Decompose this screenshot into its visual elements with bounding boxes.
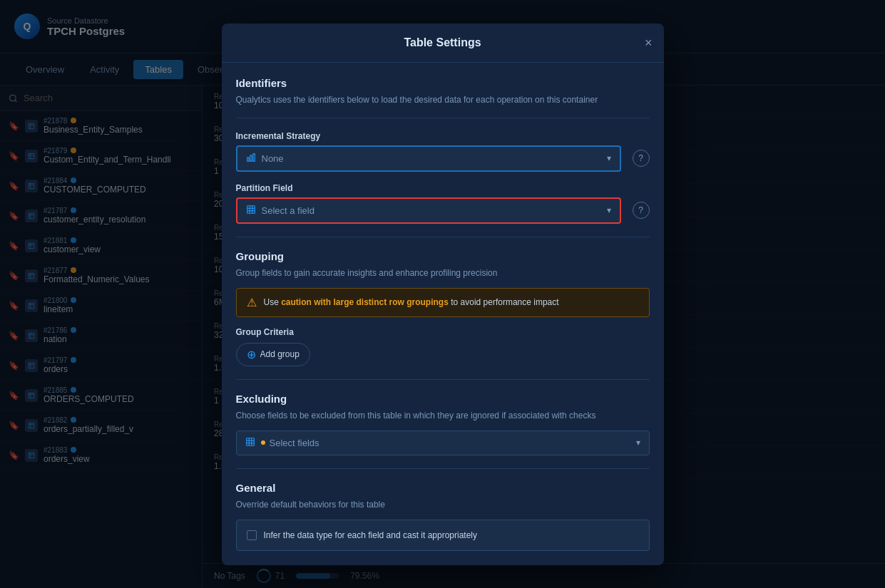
add-group-button[interactable]: ⊕ Add group [236,343,310,366]
general-title: General [236,482,650,494]
grouping-warning-box: ⚠ Use caution with large distinct row gr… [236,288,650,317]
plus-icon: ⊕ [247,348,256,361]
grouping-section: Grouping Group fields to gain accurate i… [236,250,650,366]
identifiers-desc: Qualytics uses the identifiers below to … [236,95,650,105]
svg-rect-98 [247,158,248,161]
incremental-help-icon[interactable]: ? [633,150,650,167]
grouping-desc: Group fields to gain accurate insights a… [236,268,650,278]
divider-4 [236,468,650,469]
excluding-fields-select[interactable]: Select fields ▾ [236,430,650,455]
svg-rect-106 [246,438,254,445]
warning-text: Use caution with large distinct row grou… [264,297,559,307]
warning-link[interactable]: caution with large distinct row grouping… [281,297,449,307]
excluding-value: Select fields [270,438,636,448]
incremental-label: Incremental Strategy [236,131,650,141]
partition-label: Partition Field [236,183,650,193]
general-section: General Override default behaviors for t… [236,482,650,551]
infer-datatype-label: Infer the data type for each field and c… [264,530,478,540]
partition-help-icon[interactable]: ? [633,202,650,219]
modal-close-button[interactable]: × [645,35,653,50]
partition-field-select[interactable]: Select a field ▾ [236,197,621,224]
divider-3 [236,379,650,380]
modal-body: Identifiers Qualytics uses the identifie… [222,63,664,565]
excluding-title: Excluding [236,393,650,405]
bar-chart-icon [246,153,256,165]
incremental-strategy-select[interactable]: None ▾ [236,145,621,172]
orange-dot [261,440,265,445]
svg-rect-99 [250,155,251,161]
group-criteria-label: Group Criteria [236,327,650,337]
grouping-title: Grouping [236,250,650,262]
divider-2 [236,237,650,237]
infer-datatype-row: Infer the data type for each field and c… [247,530,639,540]
identifiers-section: Identifiers Qualytics uses the identifie… [236,77,650,224]
warning-icon: ⚠ [247,296,257,309]
incremental-value: None [262,153,607,164]
table-icon-excluding [245,437,255,449]
modal-title: Table Settings [404,36,481,49]
table-settings-modal: Table Settings × Identifiers Qualytics u… [222,24,664,565]
excluding-section: Excluding Choose fields to be excluded f… [236,393,650,455]
infer-datatype-checkbox[interactable] [247,530,257,540]
modal-header: Table Settings × [222,24,664,63]
excluding-desc: Choose fields to be excluded from this t… [236,411,650,421]
add-group-label: Add group [260,349,300,359]
svg-rect-101 [247,205,255,213]
svg-rect-100 [252,153,254,161]
chevron-down-icon-2: ▾ [607,205,611,215]
identifiers-title: Identifiers [236,77,650,89]
table-icon-partition [246,205,256,217]
divider-1 [236,118,650,118]
general-option-box: Infer the data type for each field and c… [236,520,650,551]
chevron-down-icon: ▾ [607,153,611,163]
partition-value: Select a field [262,205,607,216]
general-desc: Override default behaviors for this tabl… [236,500,650,510]
chevron-down-icon-3: ▾ [636,438,640,448]
